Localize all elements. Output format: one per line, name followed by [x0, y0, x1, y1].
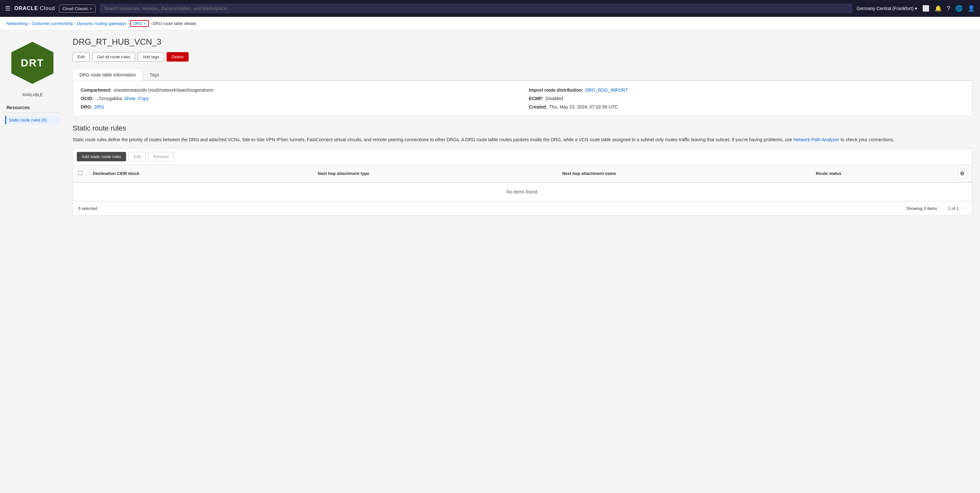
- breadcrumb-customer-connectivity[interactable]: Customer connectivity: [32, 21, 73, 26]
- ocid-value: ...hznogakkia: [95, 96, 123, 101]
- table: Destination CIDR block Next hop attachme…: [73, 165, 972, 201]
- created-value: Thu, May 23, 2024, 07:02:59 UTC: [549, 104, 618, 109]
- next-page-button[interactable]: ›: [961, 205, 967, 212]
- user-icon[interactable]: 👤: [968, 5, 975, 12]
- drg-row: DRG: DRG: [81, 104, 516, 109]
- prev-page-button[interactable]: ‹: [940, 205, 945, 212]
- bell-icon[interactable]: 🔔: [935, 5, 942, 12]
- status-badge: AVAILABLE: [22, 93, 43, 97]
- next-hop-type-header: Next hop attachment type: [312, 165, 557, 182]
- breadcrumb-current: DRG route table details: [153, 21, 196, 26]
- content-area: DRG_RT_HUB_VCN_3 Edit Get all route rule…: [65, 30, 980, 493]
- select-all-checkbox-cell: [73, 165, 88, 182]
- import-route-label: Import route distribution:: [529, 87, 583, 93]
- add-tags-button[interactable]: Add tags: [138, 52, 164, 62]
- delete-button[interactable]: Delete: [167, 52, 189, 62]
- network-path-analyzer-link[interactable]: Network Path Analyzer: [793, 137, 839, 142]
- cloud-classic-button[interactable]: Cloud Classic >: [59, 5, 95, 13]
- import-route-link[interactable]: DRG_RDG_IMPORT: [585, 87, 628, 93]
- next-hop-name-header: Next hop attachment name: [557, 165, 811, 182]
- column-settings-button[interactable]: ⚙: [958, 169, 967, 178]
- left-sidebar: DRT AVAILABLE Resources Static route rul…: [0, 30, 65, 493]
- info-panel: Compartment: oraseemeaocids (root)/netwo…: [73, 81, 972, 116]
- ocid-label: OCID:: [81, 96, 94, 101]
- pagination: Showing 0 items ‹ 1 of 1 ›: [906, 205, 967, 212]
- help-icon[interactable]: ?: [947, 5, 950, 12]
- remove-rules-button[interactable]: Remove: [148, 152, 174, 161]
- showing-label: Showing 0 items: [906, 206, 937, 211]
- drt-logo: DRT: [11, 42, 54, 84]
- no-items-message: No items found.: [73, 182, 972, 201]
- destination-cidr-header: Destination CIDR block: [88, 165, 312, 182]
- page-info: 1 of 1: [948, 206, 959, 211]
- ecmp-row: ECMP: Disabled: [529, 96, 964, 101]
- breadcrumb-sep-1: ›: [29, 21, 30, 26]
- route-status-header: Route status: [810, 165, 953, 182]
- edit-rules-button[interactable]: Edit: [129, 152, 145, 161]
- selected-count: 0 selected: [78, 206, 97, 211]
- resources-title: Resources: [5, 105, 60, 110]
- page-title: DRG_RT_HUB_VCN_3: [73, 37, 972, 47]
- breadcrumb-dynamic-routing-gateways[interactable]: Dynamic routing gateways: [77, 21, 126, 26]
- breadcrumb-networking[interactable]: Networking: [6, 21, 27, 26]
- nav-right: Germany Central (Frankfurt) ▾ ⬜ 🔔 ? 🌐 👤: [856, 5, 975, 12]
- top-navigation: ☰ ORACLE Cloud Cloud Classic > Germany C…: [0, 0, 980, 17]
- table-header: Destination CIDR block Next hop attachme…: [73, 165, 972, 182]
- edit-button[interactable]: Edit: [73, 52, 89, 62]
- breadcrumb: Networking › Customer connectivity › Dyn…: [0, 17, 980, 30]
- drg-link[interactable]: DRG: [94, 104, 104, 109]
- hamburger-icon[interactable]: ☰: [5, 5, 10, 12]
- ecmp-value: Disabled: [546, 96, 563, 101]
- action-buttons: Edit Get all route rules Add tags Delete: [73, 52, 972, 62]
- select-all-checkbox[interactable]: [78, 171, 82, 175]
- sidebar-item-static-route-rules[interactable]: Static route rules (0): [5, 116, 60, 124]
- breadcrumb-sep-2: ›: [74, 21, 75, 26]
- add-static-route-rules-button[interactable]: Add static route rules: [77, 152, 126, 161]
- table-footer: 0 selected Showing 0 items ‹ 1 of 1 ›: [73, 201, 972, 215]
- compartment-value: oraseemeaocids (root)/network/iwanhoogen…: [114, 87, 213, 93]
- main-layout: DRT AVAILABLE Resources Static route rul…: [0, 30, 980, 493]
- tab-bar: DRG route table information Tags: [73, 68, 972, 81]
- info-grid: Compartment: oraseemeaocids (root)/netwo…: [81, 87, 964, 109]
- terminal-icon[interactable]: ⬜: [922, 5, 929, 12]
- info-column-left: Compartment: oraseemeaocids (root)/netwo…: [81, 87, 516, 109]
- table-header-row: Destination CIDR block Next hop attachme…: [73, 165, 972, 182]
- oracle-logo: ORACLE Cloud: [14, 5, 55, 11]
- import-route-row: Import route distribution: DRG_RDG_IMPOR…: [529, 87, 964, 93]
- copy-link[interactable]: Copy: [138, 96, 149, 101]
- tab-drg-route-table-information[interactable]: DRG route table information: [73, 69, 143, 81]
- compartment-row: Compartment: oraseemeaocids (root)/netwo…: [81, 87, 516, 93]
- search-input[interactable]: [100, 3, 853, 13]
- created-label: Created:: [529, 104, 547, 109]
- compartment-label: Compartment:: [81, 87, 112, 93]
- section-description: Static route rules define the priority o…: [73, 136, 972, 143]
- created-row: Created: Thu, May 23, 2024, 07:02:59 UTC: [529, 104, 964, 109]
- ocid-actions: Show Copy: [124, 96, 149, 101]
- show-link[interactable]: Show: [124, 96, 135, 101]
- table-toolbar: Add static route rules Edit Remove: [73, 148, 972, 165]
- globe-icon[interactable]: 🌐: [955, 5, 963, 12]
- ecmp-label: ECMP:: [529, 96, 544, 101]
- table-body: No items found.: [73, 182, 972, 201]
- static-route-rules-table: Destination CIDR block Next hop attachme…: [73, 165, 972, 216]
- no-items-row: No items found.: [73, 182, 972, 201]
- tab-tags[interactable]: Tags: [143, 69, 166, 81]
- info-column-right: Import route distribution: DRG_RDG_IMPOR…: [529, 87, 964, 109]
- breadcrumb-drg[interactable]: DRG >: [130, 20, 148, 27]
- breadcrumb-sep-3: ›: [128, 21, 129, 26]
- settings-column-header: ⚙: [953, 165, 972, 182]
- ocid-row: OCID: ...hznogakkia Show Copy: [81, 96, 516, 101]
- hexagon-container: DRT: [6, 37, 58, 89]
- resources-section: Resources Static route rules (0): [0, 105, 65, 124]
- region-selector[interactable]: Germany Central (Frankfurt) ▾: [856, 6, 917, 11]
- static-route-rules-title: Static route rules: [73, 124, 972, 133]
- get-all-route-rules-button[interactable]: Get all route rules: [92, 52, 135, 62]
- drg-label: DRG:: [81, 104, 92, 109]
- breadcrumb-sep-4: ›: [150, 21, 151, 26]
